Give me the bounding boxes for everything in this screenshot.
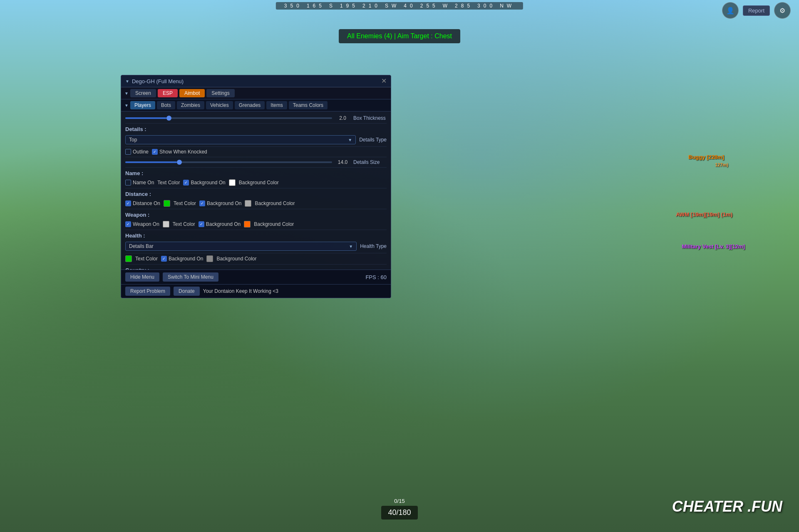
donate-button[interactable]: Donate xyxy=(174,287,200,296)
weapon-bg-on-label: Background On xyxy=(206,221,241,227)
health-bg-color-swatch[interactable] xyxy=(206,255,213,262)
health-bg-on-label: Background On xyxy=(169,256,203,262)
menu-titlebar: ▼ Dego-GH (Full Menu) ✕ xyxy=(121,75,391,87)
name-on-checkbox[interactable] xyxy=(125,180,131,186)
health-text-color-swatch[interactable] xyxy=(125,255,132,262)
weapon-bg-on-wrapper: Background On xyxy=(199,221,241,227)
report-button-hud[interactable]: Report xyxy=(743,5,770,16)
outline-checkbox[interactable] xyxy=(125,149,131,155)
subtab-teams-colors[interactable]: Teams Colors xyxy=(289,101,328,109)
subtab-row: ▼ Players Bots Zombies Vehicles Grenades… xyxy=(121,99,391,111)
show-knocked-label: Show When Knocked xyxy=(159,149,207,155)
name-section-label: Name : xyxy=(125,168,387,177)
dist-bg-on-label: Background On xyxy=(207,200,241,206)
close-button[interactable]: ✕ xyxy=(381,78,387,84)
show-knocked-checkbox[interactable] xyxy=(152,149,158,155)
fps-display: FPS : 60 xyxy=(365,274,387,280)
weapon-on-checkbox[interactable] xyxy=(125,221,131,227)
health-bg-on-checkbox[interactable] xyxy=(161,256,167,262)
compass-bar: 350 165 S 195 210 SW 40 255 W 285 300 NW xyxy=(276,2,523,10)
report-problem-button[interactable]: Report Problem xyxy=(125,287,170,296)
weapon-bg-color-label: Background Color xyxy=(254,221,294,227)
outline-checkbox-wrapper: Outline xyxy=(125,149,149,155)
details-size-slider[interactable] xyxy=(125,161,332,163)
weapon-section-label: Weapon : xyxy=(125,209,387,219)
health-type-row: Details Bar ▼ Health Type xyxy=(125,240,387,253)
aim-target-text: All Enemies (4) | Aim Target : Chest xyxy=(347,32,452,40)
details-options-row: Outline Show When Knocked xyxy=(125,147,387,157)
box-thickness-slider[interactable] xyxy=(125,117,332,119)
subtab-grenades[interactable]: Grenades xyxy=(235,101,265,109)
details-type-arrow: ▼ xyxy=(348,138,352,142)
name-on-wrapper: Name On xyxy=(125,180,154,186)
health-type-arrow: ▼ xyxy=(349,244,353,249)
name-bg-color-swatch[interactable] xyxy=(229,179,236,186)
details-type-label: Details Type xyxy=(359,137,387,143)
dist-on-label: Distance On xyxy=(133,200,160,206)
dist-on-wrapper: Distance On xyxy=(125,200,160,206)
outline-label: Outline xyxy=(133,149,149,155)
menu-title-left: ▼ Dego-GH (Full Menu) xyxy=(125,78,184,84)
menu-footer-bottom: Report Problem Donate Your Dontaion Keep… xyxy=(121,284,391,298)
subtab-zombies[interactable]: Zombies xyxy=(177,101,204,109)
country-section-label: Country : xyxy=(125,265,387,270)
reserve-ammo: 0/15 xyxy=(394,498,404,504)
tab-aimbot[interactable]: Aimbot xyxy=(179,89,205,97)
subtab-players[interactable]: Players xyxy=(130,101,155,109)
name-options-row: Name On Text Color Background On Backgro… xyxy=(125,177,387,188)
details-size-row: 14.0 Details Size xyxy=(125,157,387,168)
subtab-items[interactable]: Items xyxy=(266,101,287,109)
subtab-triangle: ▼ xyxy=(124,103,129,108)
name-text-color-label: Text Color xyxy=(157,180,180,186)
menu-panel: ▼ Dego-GH (Full Menu) ✕ ▼ Screen ESP Aim… xyxy=(121,75,391,298)
donation-text: Your Dontaion Keep It Working <3 xyxy=(203,288,278,294)
dist-bg-on-checkbox[interactable] xyxy=(199,200,205,206)
name-bg-color-label: Background Color xyxy=(239,180,279,186)
distance-options-row: Distance On Text Color Background On Bac… xyxy=(125,198,387,209)
switch-to-mini-button[interactable]: Switch To Mini Menu xyxy=(163,272,218,282)
bottom-hud: 0/15 40/180 xyxy=(0,482,799,532)
esp-label-vest: Military Vest [Lv. 3][12m] xyxy=(682,243,745,250)
health-bg-color-label: Background Color xyxy=(216,256,256,262)
health-type-dropdown[interactable]: Details Bar ▼ xyxy=(125,242,357,251)
settings-icon-hud[interactable]: ⚙ xyxy=(774,2,791,19)
esp-label-awm: AWM [19m][19m] (1m) xyxy=(676,211,732,218)
dist-on-checkbox[interactable] xyxy=(125,200,131,206)
details-size-label: Details Size xyxy=(353,159,387,165)
weapon-text-color-swatch[interactable] xyxy=(163,221,169,228)
box-thickness-value: 2.0 xyxy=(335,115,350,121)
menu-content: 2.0 Box Thickness Details : Top ▼ Detail… xyxy=(121,111,391,270)
tab-settings[interactable]: Settings xyxy=(206,89,234,97)
tab-screen[interactable]: Screen xyxy=(130,89,156,97)
details-type-dropdown[interactable]: Top ▼ xyxy=(125,135,356,144)
esp-label-dist1: 127m) xyxy=(715,162,728,167)
dist-bg-color-swatch[interactable] xyxy=(245,200,251,207)
triangle-icon: ▼ xyxy=(125,79,129,84)
name-bg-on-checkbox[interactable] xyxy=(183,180,189,186)
menu-footer-top: Hide Menu Switch To Mini Menu FPS : 60 xyxy=(121,270,391,284)
health-bg-on-wrapper: Background On xyxy=(161,256,203,262)
aim-target-banner: All Enemies (4) | Aim Target : Chest xyxy=(339,29,460,43)
show-knocked-wrapper: Show When Knocked xyxy=(152,149,207,155)
weapon-bg-color-swatch[interactable] xyxy=(244,221,251,228)
subtab-bots[interactable]: Bots xyxy=(157,101,175,109)
esp-label-buggy: Buggy [228m] xyxy=(688,154,724,160)
health-options-row: Text Color Background On Background Colo… xyxy=(125,253,387,265)
name-bg-on-wrapper: Background On xyxy=(183,180,225,186)
health-text-color-label: Text Color xyxy=(135,256,158,262)
weapon-bg-on-checkbox[interactable] xyxy=(199,221,204,227)
menu-title: Dego-GH (Full Menu) xyxy=(132,78,184,84)
weapon-on-wrapper: Weapon On xyxy=(125,221,159,227)
dist-bg-on-wrapper: Background On xyxy=(199,200,241,206)
dist-text-color-swatch[interactable] xyxy=(164,200,170,207)
details-type-value: Top xyxy=(129,137,137,143)
details-type-row: Top ▼ Details Type xyxy=(125,133,387,147)
weapon-text-color-label: Text Color xyxy=(173,221,195,227)
box-thickness-label: Box Thickness xyxy=(353,115,387,121)
box-thickness-row: 2.0 Box Thickness xyxy=(125,113,387,124)
details-size-value: 14.0 xyxy=(335,159,350,165)
tab-esp[interactable]: ESP xyxy=(158,89,178,97)
hide-menu-button[interactable]: Hide Menu xyxy=(125,272,159,282)
subtab-vehicles[interactable]: Vehicles xyxy=(206,101,233,109)
player-icon[interactable]: 👤 xyxy=(722,2,739,19)
